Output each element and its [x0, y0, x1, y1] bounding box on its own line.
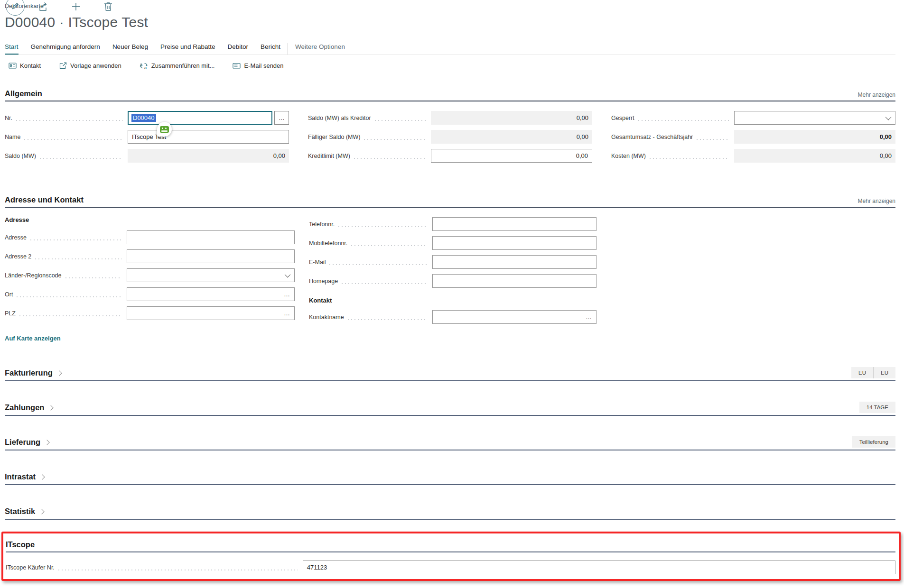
- adresse2-field[interactable]: [127, 249, 295, 263]
- adresse-mehr-anzeigen-link[interactable]: Mehr anzeigen: [858, 198, 895, 204]
- dotted-leader: [351, 245, 428, 246]
- faelliger-saldo-label: Fälliger Saldo (MW): [308, 134, 360, 140]
- email-field[interactable]: [432, 255, 596, 269]
- fakturierung-toggle[interactable]: Fakturierung: [5, 368, 61, 380]
- status-badge: 14 TAGE: [859, 402, 895, 413]
- tab-genehmigung-anfordern[interactable]: Genehmigung anfordern: [31, 43, 100, 55]
- homepage-label: Homepage: [309, 278, 338, 285]
- kontaktname-label: Kontaktname: [309, 314, 344, 321]
- saldo-kreditor-field: 0,00: [431, 111, 592, 125]
- auf-karte-anzeigen-link[interactable]: Auf Karte anzeigen: [5, 335, 61, 342]
- group-label-adresse: Adresse: [5, 216, 295, 225]
- dotted-leader: [329, 264, 428, 265]
- ribbon-tabs: Start Genehmigung anfordern Neuer Beleg …: [5, 43, 895, 55]
- name-field[interactable]: ITscope Test: [128, 130, 289, 144]
- laender-regionscode-label: Länder-/Regionscode: [5, 272, 62, 279]
- lieferung-toggle[interactable]: Lieferung: [5, 438, 49, 450]
- chevron-down-icon: [885, 114, 892, 120]
- kontakt-button[interactable]: Kontakt: [9, 62, 41, 70]
- zusammenfuehren-label: Zusammenführen mit...: [151, 62, 215, 69]
- lookup-ellipsis-icon[interactable]: …: [284, 291, 290, 298]
- chevron-down-icon: [285, 272, 291, 278]
- section-zahlungen: Zahlungen 14 TAGE: [5, 381, 895, 416]
- name-label: Name: [5, 134, 20, 140]
- plus-icon: [70, 1, 82, 12]
- telefonnr-label: Telefonnr.: [309, 221, 335, 228]
- vorlage-anwenden-button[interactable]: Vorlage anwenden: [59, 62, 121, 70]
- lookup-ellipsis-icon[interactable]: …: [586, 313, 592, 321]
- group-label-kontakt: Kontakt: [309, 297, 596, 305]
- robot-face-icon: [160, 126, 169, 133]
- tab-bericht[interactable]: Bericht: [261, 43, 280, 55]
- zahlungen-badges: 14 TAGE: [859, 402, 895, 413]
- status-badge: EU: [851, 367, 873, 378]
- adresse-field[interactable]: [127, 230, 295, 244]
- saldo-label: Saldo (MW): [5, 153, 36, 159]
- section-itscope-annotated: ITscope ITscope Käufer Nr. 471123: [1, 532, 901, 581]
- trash-icon: [103, 1, 114, 12]
- adresse-title: Adresse und Kontakt: [5, 195, 84, 204]
- dotted-leader: [364, 139, 426, 140]
- tab-preise-und-rabatte[interactable]: Preise und Rabatte: [160, 43, 215, 55]
- dotted-leader: [638, 120, 729, 121]
- breadcrumb[interactable]: Debitorenkarte: [5, 0, 895, 9]
- status-badge: EU: [873, 367, 895, 378]
- add-new-button[interactable]: [70, 1, 82, 12]
- adresse-label: Adresse: [5, 234, 27, 241]
- chevron-right-icon: [39, 474, 45, 479]
- merge-icon: a a: [140, 62, 148, 70]
- edit-pencil-button[interactable]: [6, 0, 25, 16]
- email-icon: [233, 62, 241, 70]
- saldo-kreditor-label: Saldo (MW) als Kreditor: [308, 115, 371, 121]
- dotted-leader: [35, 258, 122, 259]
- nr-label: Nr.: [5, 115, 12, 121]
- delete-button[interactable]: [103, 1, 114, 12]
- tab-start[interactable]: Start: [5, 43, 19, 55]
- chevron-right-icon: [48, 405, 54, 410]
- statistik-toggle[interactable]: Statistik: [5, 507, 44, 519]
- tab-neuer-beleg[interactable]: Neuer Beleg: [112, 43, 148, 55]
- fakturierung-badges: EU EU: [851, 367, 895, 378]
- dotted-leader: [19, 315, 122, 316]
- apply-template-icon: [59, 62, 67, 70]
- kreditlimit-field[interactable]: 0,00: [431, 149, 592, 163]
- tab-weitere-optionen[interactable]: Weitere Optionen: [288, 43, 345, 55]
- share-button[interactable]: [38, 1, 49, 12]
- ort-label: Ort: [5, 291, 13, 298]
- telefonnr-field[interactable]: [432, 217, 596, 231]
- dotted-leader: [348, 319, 428, 320]
- status-badge: Teillieferung: [852, 436, 895, 448]
- dotted-leader: [16, 120, 123, 121]
- mobiltelefonnr-field[interactable]: [432, 236, 596, 250]
- dotted-leader: [354, 158, 426, 159]
- nr-field[interactable]: D00040: [128, 111, 272, 125]
- lookup-ellipsis-icon[interactable]: …: [284, 310, 290, 317]
- dotted-leader: [697, 139, 729, 140]
- dotted-leader: [24, 139, 123, 140]
- pencil-icon: [10, 1, 20, 11]
- action-bar: Kontakt Vorlage anwenden a a Zusammenfüh…: [5, 55, 895, 76]
- ort-field[interactable]: …: [127, 287, 295, 301]
- zusammenfuehren-button[interactable]: a a Zusammenführen mit...: [140, 62, 215, 70]
- intrastat-toggle[interactable]: Intrastat: [5, 472, 44, 484]
- kontaktname-field[interactable]: …: [432, 310, 596, 324]
- browser-extension-bubble[interactable]: [157, 122, 172, 137]
- plz-field[interactable]: …: [127, 306, 295, 320]
- chevron-right-icon: [45, 440, 50, 445]
- dotted-leader: [650, 158, 729, 159]
- customer-card-page: Debitorenkarte D00040 · ITscope Test Sta…: [0, 0, 904, 588]
- tab-debitor[interactable]: Debitor: [228, 43, 249, 55]
- contact-card-icon: [9, 62, 17, 70]
- itscope-kaeufer-nr-field[interactable]: 471123: [303, 560, 895, 574]
- nr-selected-value: D00040: [131, 114, 156, 122]
- homepage-field[interactable]: [432, 274, 596, 288]
- zahlungen-toggle[interactable]: Zahlungen: [5, 403, 53, 415]
- gesamtumsatz-label: Gesamtumsatz - Geschäftsjahr: [611, 134, 693, 140]
- mobiltelefonnr-label: Mobiltelefonnr.: [309, 240, 347, 247]
- faelliger-saldo-field: 0,00: [431, 130, 592, 144]
- laender-regionscode-dropdown[interactable]: [127, 268, 295, 282]
- allgemein-mehr-anzeigen-link[interactable]: Mehr anzeigen: [858, 92, 895, 98]
- gesperrt-dropdown[interactable]: [734, 111, 895, 125]
- nr-assist-edit-button[interactable]: …: [274, 111, 289, 125]
- email-senden-button[interactable]: E-Mail senden: [233, 62, 283, 70]
